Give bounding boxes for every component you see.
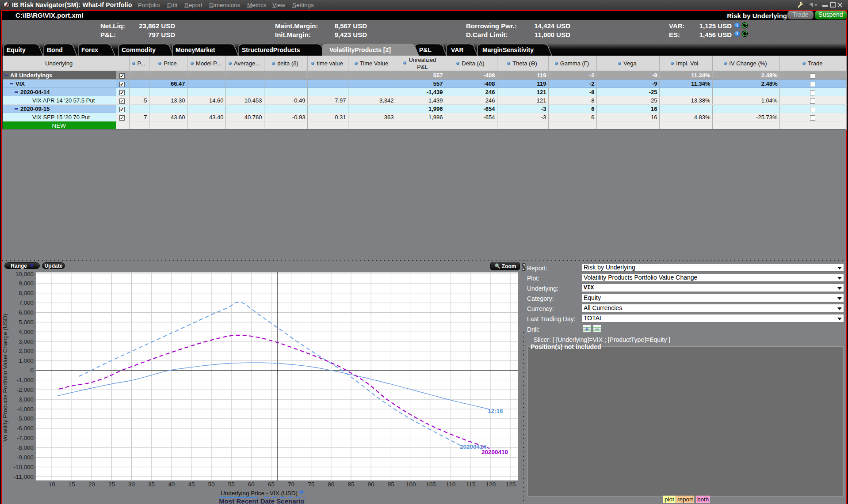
svg-text:MoneyMarket: MoneyMarket	[176, 46, 215, 53]
svg-text:65: 65	[268, 481, 275, 488]
svg-text:100: 100	[406, 481, 416, 488]
svg-text:115: 115	[466, 481, 476, 488]
svg-text:-2,000: -2,000	[17, 387, 34, 393]
svg-text:120: 120	[486, 481, 496, 488]
svg-text:20: 20	[88, 481, 95, 488]
svg-text:55: 55	[228, 481, 235, 488]
svg-text:-11,000: -11,000	[14, 474, 34, 480]
svg-text:80: 80	[328, 481, 334, 488]
svg-text:60: 60	[248, 481, 255, 488]
svg-text:45: 45	[188, 481, 195, 488]
svg-text:-9,000: -9,000	[17, 454, 34, 461]
svg-text:90: 90	[368, 481, 374, 488]
svg-text:6,000: 6,000	[19, 309, 34, 316]
svg-text:Volatility Products Portfolio: Volatility Products Portfolio Value Chan…	[2, 314, 8, 441]
svg-text:85: 85	[348, 481, 354, 488]
svg-text:2,000: 2,000	[19, 348, 34, 354]
svg-text:12:16: 12:16	[488, 408, 503, 414]
svg-text:-10,000: -10,000	[13, 464, 34, 470]
svg-text:4,000: 4,000	[19, 329, 34, 335]
svg-text:25: 25	[108, 481, 115, 488]
svg-text:Equity: Equity	[7, 46, 26, 53]
svg-text:3,000: 3,000	[19, 338, 34, 345]
svg-text:8,000: 8,000	[19, 290, 34, 296]
svg-text:9,000: 9,000	[19, 280, 34, 287]
svg-text:Commodity: Commodity	[122, 46, 156, 53]
svg-text:10: 10	[48, 481, 55, 488]
svg-text:Most Recent Date Scenario: Most Recent Date Scenario	[219, 497, 304, 504]
svg-text:1,000: 1,000	[19, 357, 34, 364]
svg-text:10,000: 10,000	[15, 271, 34, 277]
svg-text:20200410: 20200410	[481, 449, 508, 455]
svg-text:75: 75	[308, 481, 314, 488]
svg-text:Underlying Price - VIX (USD): Underlying Price - VIX (USD)	[221, 490, 298, 496]
svg-text:StructuredProducts: StructuredProducts	[242, 46, 300, 53]
svg-text:-8,000: -8,000	[17, 444, 34, 451]
svg-text:-6,000: -6,000	[17, 425, 34, 432]
svg-text:95: 95	[388, 481, 394, 488]
svg-text:110: 110	[446, 481, 456, 488]
svg-text:Bond: Bond	[47, 46, 63, 53]
svg-text:7,000: 7,000	[19, 299, 34, 306]
svg-text:35: 35	[148, 481, 155, 488]
svg-text:-4,000: -4,000	[17, 406, 34, 413]
svg-text:-1,000: -1,000	[17, 377, 34, 383]
svg-text:0: 0	[30, 367, 34, 374]
svg-text:125: 125	[506, 481, 516, 488]
svg-text:50: 50	[208, 481, 214, 488]
svg-text:VolatilityProducts [2]: VolatilityProducts [2]	[329, 46, 391, 53]
svg-text:Forex: Forex	[81, 46, 98, 53]
svg-text:MarginSensitivity: MarginSensitivity	[482, 46, 534, 53]
svg-text:70: 70	[288, 481, 294, 488]
svg-text:15: 15	[69, 481, 75, 488]
svg-text:30: 30	[128, 481, 135, 488]
svg-text:-5,000: -5,000	[17, 415, 34, 422]
svg-text:P&L: P&L	[419, 46, 432, 53]
svg-text:105: 105	[426, 481, 436, 488]
svg-text:5,000: 5,000	[19, 319, 34, 326]
svg-text:-3,000: -3,000	[17, 396, 34, 403]
svg-text:-7,000: -7,000	[17, 435, 34, 441]
svg-text:40: 40	[168, 481, 175, 488]
svg-text:VAR: VAR	[451, 46, 464, 53]
